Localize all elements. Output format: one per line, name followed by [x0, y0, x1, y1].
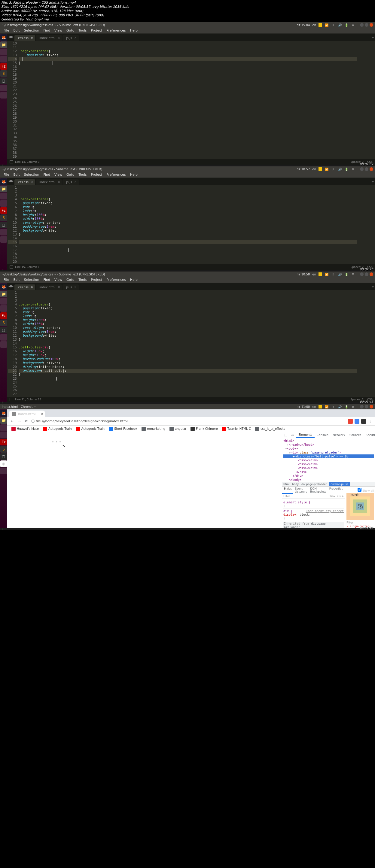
- menu-preferences[interactable]: Preferences: [105, 277, 128, 282]
- tab-dropdown-icon[interactable]: ▾: [371, 35, 375, 41]
- editor-tab[interactable]: index.html×: [36, 284, 62, 290]
- launcher-sublime[interactable]: S: [0, 214, 7, 221]
- code-editor[interactable]: 1234567891011121314151617181920212223242…: [7, 290, 375, 397]
- bluetooth-icon[interactable]: ᛒ: [331, 23, 335, 27]
- network-icon[interactable]: 📶: [324, 272, 329, 276]
- close-button[interactable]: [370, 405, 373, 408]
- battery-icon[interactable]: 🔋: [344, 272, 349, 276]
- menu-file[interactable]: File: [2, 277, 11, 282]
- launcher-app[interactable]: [0, 56, 7, 62]
- close-button[interactable]: [370, 272, 373, 276]
- menu-file[interactable]: File: [2, 28, 11, 33]
- extension-icon[interactable]: [348, 419, 353, 424]
- code-editor[interactable]: 1011121314151617181920212223242526272829…: [7, 41, 375, 159]
- volume-icon[interactable]: 🔊: [338, 23, 342, 27]
- launcher-app[interactable]: [0, 92, 7, 98]
- panel-icon[interactable]: [10, 160, 13, 163]
- computed-filter[interactable]: Filter: [346, 521, 374, 524]
- editor-tab[interactable]: js.js×: [62, 35, 79, 41]
- tab-close-icon[interactable]: ×: [58, 285, 60, 289]
- menu-project[interactable]: Project: [89, 172, 104, 177]
- bookmark-item[interactable]: Tutoriel HTML-C: [220, 426, 253, 432]
- editor-tab[interactable]: js.js×: [62, 179, 79, 185]
- editor-tab[interactable]: index.html×: [36, 179, 62, 185]
- devtools-tab-elements[interactable]: Elements: [296, 432, 315, 438]
- cls-toggle[interactable]: .cls: [336, 495, 341, 498]
- menu-goto[interactable]: Goto: [65, 277, 76, 282]
- bookmark-item[interactable]: Short Facebook: [107, 426, 139, 432]
- launcher-sublime[interactable]: S: [0, 319, 7, 326]
- launcher-app[interactable]: [0, 341, 7, 348]
- maximize-button[interactable]: [365, 23, 368, 27]
- mail-icon[interactable]: ✉: [351, 405, 355, 409]
- launcher-files[interactable]: 📁: [0, 41, 7, 48]
- notification-icon[interactable]: [318, 167, 322, 171]
- launcher-firefox[interactable]: 🦊: [0, 34, 7, 41]
- forward-button[interactable]: →: [17, 419, 22, 424]
- launcher-firefox[interactable]: 🦊: [0, 410, 7, 416]
- code-content[interactable]: .page-preloader{ position: fixed; }: [19, 41, 357, 159]
- network-icon[interactable]: 📶: [324, 167, 329, 171]
- minimize-button[interactable]: [360, 272, 364, 276]
- launcher-app[interactable]: [0, 424, 7, 431]
- menu-find[interactable]: Find: [41, 28, 52, 33]
- bookmark-item[interactable]: css_js_ui_effects: [253, 426, 287, 432]
- launcher-firefox[interactable]: 🦊: [0, 178, 7, 185]
- nav-back-icon[interactable]: ◀▶: [8, 35, 13, 39]
- bluetooth-icon[interactable]: ᛒ: [331, 272, 335, 276]
- minimap[interactable]: [357, 290, 375, 397]
- tab-close-icon[interactable]: ×: [74, 180, 77, 184]
- devtools-tab-network[interactable]: Network: [330, 433, 347, 438]
- tab-close-icon[interactable]: ×: [31, 180, 33, 184]
- mail-icon[interactable]: ✉: [351, 167, 355, 171]
- menu-view[interactable]: View: [53, 172, 64, 177]
- maximize-button[interactable]: [365, 405, 368, 408]
- network-icon[interactable]: 📶: [324, 405, 329, 409]
- launcher-app[interactable]: [0, 49, 7, 55]
- css-rules[interactable]: element.style {}user agent stylesheetdiv…: [282, 499, 345, 528]
- battery-icon[interactable]: 🔋: [344, 23, 349, 27]
- panel-icon[interactable]: [10, 266, 13, 269]
- launcher-app[interactable]: [0, 200, 7, 207]
- extension-icon[interactable]: [361, 419, 366, 424]
- bluetooth-icon[interactable]: ᛒ: [331, 405, 335, 409]
- menu-help[interactable]: Help: [128, 277, 139, 282]
- launcher-filezilla[interactable]: Fz: [0, 207, 7, 214]
- bookmark-item[interactable]: remarketing: [140, 426, 167, 432]
- menu-selection[interactable]: Selection: [22, 277, 41, 282]
- lang-indicator[interactable]: en: [313, 273, 316, 276]
- minimap[interactable]: [357, 41, 375, 159]
- launcher-terminal[interactable]: ▢: [0, 78, 7, 84]
- info-icon[interactable]: ⓘ: [31, 419, 34, 424]
- launcher-app[interactable]: [0, 85, 7, 91]
- menu-find[interactable]: Find: [41, 277, 52, 282]
- launcher-filezilla[interactable]: Fz: [0, 439, 7, 445]
- launcher-filezilla[interactable]: Fz: [0, 312, 7, 319]
- styles-tab[interactable]: Styles: [282, 487, 293, 494]
- editor-tab[interactable]: css.css×: [15, 179, 35, 185]
- tab-close-icon[interactable]: ×: [40, 412, 43, 416]
- menu-view[interactable]: View: [53, 277, 64, 282]
- volume-icon[interactable]: 🔊: [338, 405, 342, 409]
- menu-preferences[interactable]: Preferences: [105, 172, 128, 177]
- lang-indicator[interactable]: en: [313, 167, 316, 171]
- chrome-tab[interactable]: index.html ×: [9, 410, 45, 417]
- menu-tools[interactable]: Tools: [77, 277, 88, 282]
- show-all-checkbox[interactable]: [357, 488, 362, 492]
- launcher-files[interactable]: 📁: [0, 291, 7, 297]
- menu-tools[interactable]: Tools: [77, 28, 88, 33]
- bookmark-item[interactable]: angular: [168, 426, 188, 432]
- minimize-button[interactable]: [360, 405, 364, 408]
- launcher-files[interactable]: 📁: [0, 186, 7, 192]
- menu-find[interactable]: Find: [41, 172, 52, 177]
- launcher-app[interactable]: [0, 334, 7, 341]
- menu-edit[interactable]: Edit: [11, 277, 21, 282]
- launcher-files[interactable]: 📁: [0, 417, 7, 424]
- bookmark-item[interactable]: Autogenic Train: [41, 426, 74, 432]
- volume-icon[interactable]: 🔊: [338, 167, 342, 171]
- launcher-app[interactable]: [0, 229, 7, 236]
- styles-tab[interactable]: Properties: [328, 487, 344, 494]
- launcher-app[interactable]: [0, 468, 7, 474]
- launcher-firefox[interactable]: 🦊: [0, 283, 7, 290]
- tab-close-icon[interactable]: ×: [74, 285, 77, 289]
